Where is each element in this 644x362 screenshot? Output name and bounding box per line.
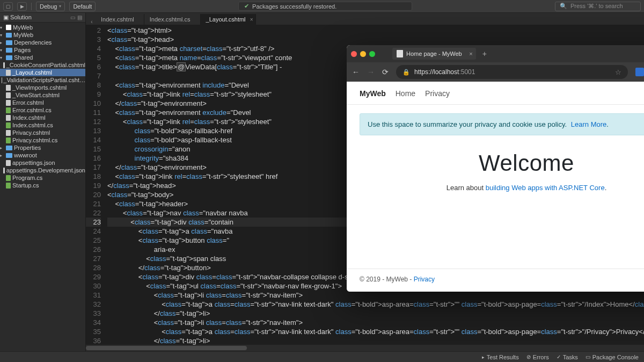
refresh-button[interactable]: ⟳ xyxy=(382,68,389,76)
tree-item[interactable]: Program.cs xyxy=(0,174,85,182)
extension-icon[interactable] xyxy=(635,68,644,76)
tree-item[interactable]: _ViewImports.cshtml xyxy=(0,84,85,91)
tree-item[interactable]: appsettings.json xyxy=(0,159,85,166)
top-toolbar: ▢ ▶ Debug▾ Default ✔Packages successfull… xyxy=(0,0,644,13)
search-icon: 🔍 xyxy=(560,3,567,10)
tree-item[interactable]: Startup.cs xyxy=(0,182,85,189)
new-tab-button[interactable]: + xyxy=(480,49,489,58)
editor-tab[interactable]: Index.cshtml xyxy=(96,14,144,25)
learn-more-link[interactable]: Learn More xyxy=(571,120,606,128)
cookie-banner: Use this space to summarize your privacy… xyxy=(360,113,644,135)
nav-privacy[interactable]: Privacy xyxy=(425,89,450,98)
tree-item[interactable]: _ValidationScriptsPartial.csht… xyxy=(0,76,85,84)
tree-item[interactable]: Error.cshtml xyxy=(0,99,85,106)
tab-close-icon[interactable]: × xyxy=(469,50,472,57)
close-icon[interactable] xyxy=(351,51,357,57)
status-package-console[interactable]: Package Console xyxy=(586,354,639,360)
search-box[interactable]: 🔍Press '⌘.' to search xyxy=(555,2,641,11)
editor-area: ‹Index.cshtmlIndex.cshtml.cs_Layout.csht… xyxy=(86,13,644,351)
browser-window: Home page - MyWeb× + ← → ⟳ 🔒 https://loc… xyxy=(347,45,644,292)
status-tasks[interactable]: Tasks xyxy=(557,354,578,360)
tabs-scroll-left[interactable]: ‹ xyxy=(88,19,96,25)
tree-item[interactable]: _Layout.cshtml xyxy=(0,69,85,76)
horizontal-scrollbar[interactable] xyxy=(86,345,644,351)
panel-pin-icon[interactable]: ▭ xyxy=(70,15,75,20)
tree-item[interactable]: ▸Dependencies xyxy=(0,39,85,46)
back-button[interactable]: ← xyxy=(352,68,360,76)
page-lead: Learn about building Web apps with ASP.N… xyxy=(447,184,607,192)
status-bar: Test Results Errors Tasks Package Consol… xyxy=(0,351,644,362)
editor-tabs: ‹Index.cshtmlIndex.cshtml.cs_Layout.csht… xyxy=(86,13,644,25)
tree-item[interactable]: ▸Properties xyxy=(0,144,85,151)
nav-btn[interactable]: ▢ xyxy=(3,2,13,11)
page-title: Welcome xyxy=(479,150,574,176)
tree-item[interactable]: ▾Pages xyxy=(0,46,85,54)
config-debug[interactable]: Debug▾ xyxy=(36,2,65,11)
browser-nav: ← → ⟳ 🔒 https://localhost:5001 ☆ | 👤 ☺ ⋯ xyxy=(347,62,644,82)
tree-item[interactable]: ▸wwwroot xyxy=(0,151,85,159)
address-bar[interactable]: 🔒 https://localhost:5001 ☆ xyxy=(396,65,628,79)
page-footer: © 2019 - MyWeb - Privacy xyxy=(347,269,644,292)
config-target[interactable]: Default xyxy=(69,2,96,11)
tree-item[interactable]: ▾MyWeb xyxy=(0,31,85,39)
page-icon xyxy=(397,50,403,57)
tree-item[interactable]: Privacy.cshtml.cs xyxy=(0,136,85,144)
run-button[interactable]: ▶ xyxy=(17,2,27,11)
editor-tab[interactable]: Index.cshtml.cs xyxy=(144,14,201,25)
lock-icon: 🔒 xyxy=(402,69,410,76)
status-errors[interactable]: Errors xyxy=(526,354,549,360)
tree-item[interactable]: ▾Shared xyxy=(0,54,85,61)
footer-privacy-link[interactable]: Privacy xyxy=(414,276,435,283)
site-nav: MyWeb Home Privacy xyxy=(347,82,644,105)
tree-item[interactable]: _CookieConsentPartial.cshtml xyxy=(0,61,85,69)
tree-item[interactable]: Index.cshtml.cs xyxy=(0,121,85,129)
solution-header: ▣ Solution ▭▤ xyxy=(0,13,85,23)
status-message: ✔Packages successfully restored. xyxy=(238,2,412,11)
status-test-results[interactable]: Test Results xyxy=(482,354,519,360)
tree-item[interactable]: appsettings.Development.json xyxy=(0,166,85,174)
tab-close-icon[interactable]: × xyxy=(250,17,253,23)
forward-button[interactable]: → xyxy=(367,68,375,76)
browser-tab[interactable]: Home page - MyWeb× xyxy=(392,48,476,60)
tree-item[interactable]: Privacy.cshtml xyxy=(0,129,85,136)
minimize-icon[interactable] xyxy=(360,51,366,57)
panel-menu-icon[interactable]: ▤ xyxy=(77,15,82,20)
maximize-icon[interactable] xyxy=(369,51,375,57)
nav-home[interactable]: Home xyxy=(396,89,415,98)
tree-item[interactable]: Index.cshtml xyxy=(0,114,85,121)
aspnet-link[interactable]: building Web apps with ASP.NET Core xyxy=(486,184,605,192)
tree-item[interactable]: ▾MyWeb xyxy=(0,24,85,31)
bookmark-icon[interactable]: ☆ xyxy=(615,68,621,76)
brand[interactable]: MyWeb xyxy=(360,89,386,98)
tree-item[interactable]: _ViewStart.cshtml xyxy=(0,91,85,99)
tree-item[interactable]: Error.cshtml.cs xyxy=(0,106,85,114)
editor-tab[interactable]: _Layout.cshtml× xyxy=(201,14,256,25)
page-content: MyWeb Home Privacy Use this space to sum… xyxy=(347,82,644,292)
browser-titlebar: Home page - MyWeb× + xyxy=(347,45,644,62)
solution-panel: ▣ Solution ▭▤ ▾MyWeb▾MyWeb▸Dependencies▾… xyxy=(0,13,86,351)
